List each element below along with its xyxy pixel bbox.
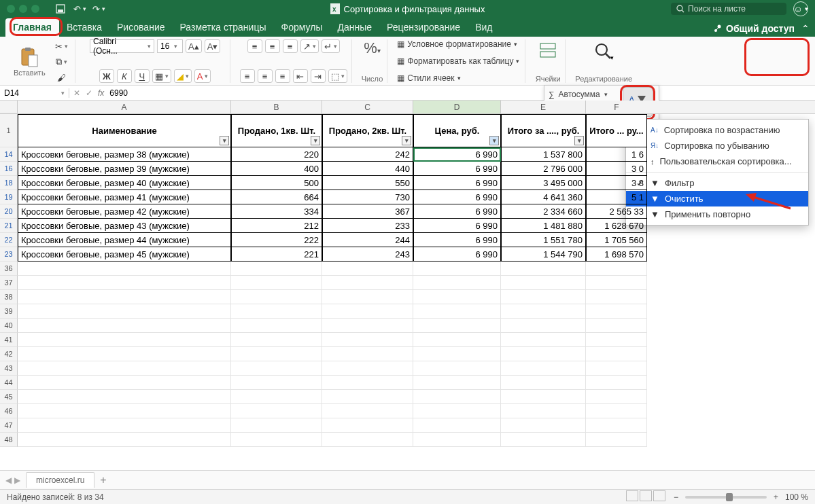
cell[interactable]: 6 990 <box>413 219 501 233</box>
cell[interactable] <box>231 319 322 333</box>
cell[interactable]: 6 990 <box>413 204 501 219</box>
cell[interactable] <box>413 376 501 390</box>
cell[interactable] <box>18 347 231 361</box>
cell[interactable] <box>413 361 501 376</box>
profile-button[interactable]: ☺ <box>793 1 808 16</box>
cell[interactable]: Кроссовки беговые, размер 43 (мужские) <box>18 219 231 233</box>
decrease-font-icon[interactable]: A▾ <box>205 39 221 53</box>
font-size-select[interactable]: 16 <box>157 39 183 53</box>
cell[interactable] <box>586 433 647 447</box>
cell[interactable] <box>18 361 231 376</box>
cell[interactable] <box>586 262 647 276</box>
orientation-icon[interactable]: ↗ <box>300 39 319 53</box>
italic-icon[interactable]: К <box>117 69 132 83</box>
cell[interactable] <box>231 390 322 404</box>
cell[interactable] <box>18 262 231 276</box>
cell[interactable] <box>322 390 413 404</box>
indent-dec-icon[interactable]: ⇤ <box>293 69 308 83</box>
filter-button-E[interactable]: ▾ <box>574 136 584 145</box>
underline-icon[interactable]: Ч <box>135 69 150 83</box>
align-top-icon[interactable]: ≡ <box>247 39 262 53</box>
cell[interactable]: Кроссовки беговые, размер 44 (мужские) <box>18 233 231 247</box>
sheet-nav[interactable]: ◀▶ <box>5 475 20 485</box>
cell[interactable]: 222 <box>231 233 322 247</box>
row-head[interactable]: 14 <box>0 147 18 162</box>
row-head[interactable]: 37 <box>0 276 18 290</box>
zoom-slider[interactable] <box>685 496 767 499</box>
cell[interactable] <box>413 276 501 290</box>
cell[interactable] <box>501 347 586 361</box>
tab-draw[interactable]: Рисование <box>109 18 173 37</box>
confirm-icon[interactable]: ✓ <box>86 88 92 98</box>
cell[interactable] <box>231 304 322 319</box>
view-buttons[interactable] <box>626 490 667 503</box>
add-sheet-button[interactable]: + <box>100 474 106 486</box>
row-head[interactable]: 38 <box>0 290 18 304</box>
cell[interactable]: 1 537 800 <box>501 147 586 162</box>
format-as-table-button[interactable]: ▦Форматировать как таблицу▾ <box>397 56 519 66</box>
cell[interactable] <box>18 390 231 404</box>
filter-button-B[interactable]: ▾ <box>311 136 320 145</box>
zoom-out[interactable]: − <box>674 492 678 502</box>
cell[interactable]: 1 551 780 <box>501 233 586 247</box>
header-q2[interactable]: Продано, 2кв. Шт.▾ <box>322 114 413 147</box>
cell[interactable]: Кроссовки беговые, размер 42 (мужские) <box>18 204 231 219</box>
cell[interactable]: 6 990 <box>413 247 501 262</box>
row-head[interactable]: 44 <box>0 376 18 390</box>
cell[interactable] <box>322 376 413 390</box>
cell[interactable] <box>586 404 647 418</box>
cell[interactable]: 6 990 <box>413 147 501 162</box>
row-head[interactable]: 22 <box>0 233 18 247</box>
undo-icon[interactable]: ↶ <box>72 2 87 16</box>
cell[interactable]: 1 481 880 <box>501 219 586 233</box>
cell[interactable]: 2 565 33 <box>586 204 647 219</box>
bold-icon[interactable]: Ж <box>99 69 114 83</box>
cell[interactable] <box>413 418 501 433</box>
cell[interactable] <box>586 276 647 290</box>
filter-button-D[interactable]: ▾ <box>489 136 499 145</box>
cell[interactable] <box>322 304 413 319</box>
fx-icon[interactable]: fx <box>98 88 104 98</box>
formula-input[interactable]: 6990 <box>109 88 128 98</box>
row-head[interactable]: 20 <box>0 204 18 219</box>
tab-page-layout[interactable]: Разметка страницы <box>173 18 274 37</box>
merge-icon[interactable]: ⬚ <box>328 69 347 83</box>
row-head[interactable]: 47 <box>0 418 18 433</box>
cell[interactable] <box>501 276 586 290</box>
cell[interactable]: 243 <box>322 247 413 262</box>
cell[interactable] <box>501 361 586 376</box>
tab-view[interactable]: Вид <box>468 18 500 37</box>
header-q1[interactable]: Продано, 1кв. Шт.▾ <box>231 114 322 147</box>
cell[interactable]: 242 <box>322 147 413 162</box>
cell[interactable] <box>18 333 231 347</box>
cell[interactable] <box>586 333 647 347</box>
align-right-icon[interactable]: ≡ <box>275 69 290 83</box>
cell[interactable]: Кроссовки беговые, размер 41 (мужские) <box>18 190 231 204</box>
cell[interactable] <box>586 304 647 319</box>
cell[interactable] <box>586 347 647 361</box>
cell[interactable] <box>322 361 413 376</box>
cell[interactable]: 3 8 <box>586 176 647 190</box>
row-head[interactable]: 42 <box>0 347 18 361</box>
cell[interactable] <box>501 262 586 276</box>
row-1-head[interactable]: 1 <box>0 114 18 147</box>
redo-icon[interactable]: ↷ <box>91 2 106 16</box>
cell[interactable] <box>586 361 647 376</box>
align-bottom-icon[interactable]: ≡ <box>283 39 298 53</box>
align-middle-icon[interactable]: ≡ <box>265 39 280 53</box>
increase-font-icon[interactable]: A▴ <box>186 39 202 53</box>
cell[interactable] <box>413 333 501 347</box>
cell[interactable]: 233 <box>322 219 413 233</box>
cancel-icon[interactable]: ✕ <box>73 88 80 98</box>
indent-inc-icon[interactable]: ⇥ <box>311 69 326 83</box>
cell[interactable] <box>413 262 501 276</box>
collapse-ribbon-icon[interactable]: ⌃ <box>801 23 810 34</box>
cell[interactable] <box>18 276 231 290</box>
col-F[interactable]: F <box>586 101 647 113</box>
zoom-level[interactable]: 100 % <box>785 492 808 502</box>
wrap-text-icon[interactable]: ↵ <box>322 39 340 53</box>
cell[interactable]: 6 990 <box>413 176 501 190</box>
cell[interactable]: 6 990 <box>413 233 501 247</box>
cell[interactable] <box>413 347 501 361</box>
cell[interactable]: 244 <box>322 233 413 247</box>
